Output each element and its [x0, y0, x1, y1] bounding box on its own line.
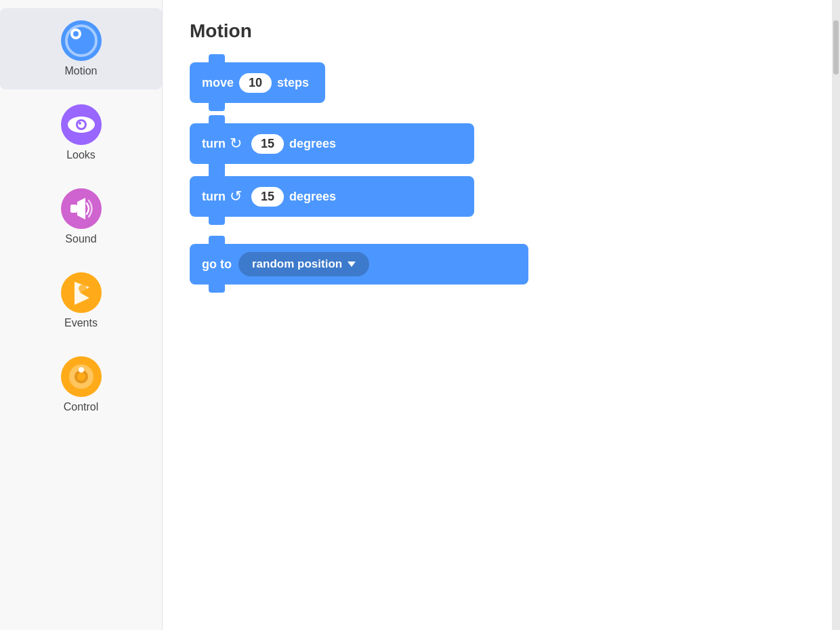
turn-left-degrees-input[interactable]: 15	[251, 187, 284, 207]
svg-point-3	[73, 31, 79, 37]
looks-icon	[61, 104, 102, 145]
sidebar-item-control[interactable]: Control	[0, 344, 162, 425]
turn-left-block[interactable]: turn ↺ 15 degrees	[190, 176, 474, 217]
degrees-label-1: degrees	[289, 137, 336, 151]
sidebar-label-motion: Motion	[64, 65, 97, 77]
go-to-block[interactable]: go to random position	[190, 244, 528, 285]
main-content: Motion move 10 steps turn ↻ 15 degrees t…	[163, 0, 840, 630]
turn-right-label: turn	[202, 137, 226, 151]
block-turn-left[interactable]: turn ↺ 15 degrees	[190, 176, 813, 217]
svg-point-13	[79, 285, 87, 293]
sidebar: Motion Looks	[0, 0, 163, 630]
sidebar-label-looks: Looks	[66, 149, 96, 161]
scrollbar-track[interactable]	[832, 0, 840, 630]
go-to-label: go to	[202, 257, 232, 272]
degrees-label-2: degrees	[289, 190, 336, 204]
turn-left-label: turn	[202, 190, 226, 204]
turn-right-degrees-input[interactable]: 15	[251, 134, 284, 154]
page-title: Motion	[190, 20, 813, 42]
sidebar-item-looks[interactable]: Looks	[0, 92, 162, 173]
sidebar-label-sound: Sound	[65, 233, 96, 245]
dropdown-arrow-icon	[348, 261, 356, 267]
turn-right-block[interactable]: turn ↻ 15 degrees	[190, 123, 474, 164]
steps-label: steps	[277, 76, 309, 90]
position-dropdown[interactable]: random position	[238, 252, 369, 276]
sound-icon	[61, 188, 102, 229]
steps-input[interactable]: 10	[239, 73, 272, 93]
motion-icon	[61, 20, 102, 61]
position-dropdown-value: random position	[252, 257, 342, 271]
block-move-steps[interactable]: move 10 steps	[190, 62, 813, 103]
move-steps-block[interactable]: move 10 steps	[190, 62, 325, 103]
block-go-to[interactable]: go to random position	[190, 244, 813, 285]
counterclockwise-icon: ↺	[230, 188, 242, 205]
clockwise-icon: ↻	[230, 135, 242, 152]
sidebar-label-events: Events	[64, 317, 98, 329]
svg-point-7	[78, 121, 85, 128]
sidebar-item-sound[interactable]: Sound	[0, 176, 162, 257]
sidebar-item-motion[interactable]: Motion	[0, 8, 162, 89]
events-icon	[61, 272, 102, 313]
svg-point-8	[79, 122, 81, 125]
control-icon	[61, 356, 102, 397]
move-label: move	[202, 76, 234, 90]
scrollbar-thumb[interactable]	[833, 20, 839, 75]
sidebar-label-control: Control	[64, 401, 99, 413]
svg-point-18	[79, 367, 84, 373]
svg-point-12	[61, 272, 102, 313]
block-turn-right[interactable]: turn ↻ 15 degrees	[190, 123, 813, 164]
svg-point-17	[77, 373, 85, 381]
svg-rect-10	[70, 205, 77, 213]
sidebar-item-events[interactable]: Events	[0, 260, 162, 341]
